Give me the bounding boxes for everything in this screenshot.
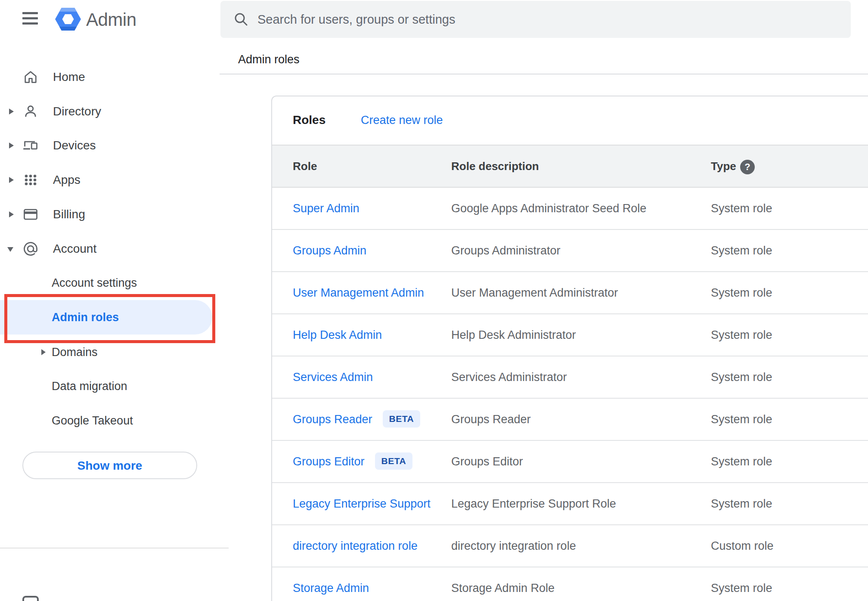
- collapse-icon[interactable]: [7, 247, 13, 252]
- breadcrumb: Admin roles: [238, 52, 300, 67]
- search-input[interactable]: Search for users, groups or settings: [220, 1, 851, 38]
- table-row: Legacy Enterprise Support Legacy Enterpr…: [272, 483, 868, 525]
- expand-icon[interactable]: [9, 108, 14, 115]
- table-row: Storage Admin Storage Admin Role System …: [272, 567, 868, 601]
- devices-icon: [22, 137, 39, 154]
- role-description: Groups Reader: [451, 399, 531, 440]
- table-row: User Management Admin User Management Ad…: [272, 272, 868, 314]
- header-divider: [220, 74, 868, 74]
- sidebar-item-devices[interactable]: Devices: [0, 128, 229, 163]
- search-icon: [233, 12, 249, 27]
- expand-icon[interactable]: [9, 143, 14, 149]
- table-row: Services Admin Services Administrator Sy…: [272, 356, 868, 399]
- role-type: System role: [711, 272, 772, 313]
- column-header-type: Type: [711, 146, 736, 187]
- role-description: Groups Editor: [451, 441, 523, 482]
- column-header-description: Role description: [451, 146, 539, 187]
- roles-card: Roles Create new role Role Role descript…: [271, 96, 868, 601]
- table-body: Super Admin Google Apps Administrator Se…: [272, 188, 868, 601]
- sidebar-item-google-takeout[interactable]: Google Takeout: [0, 403, 229, 438]
- sidebar-item-data-migration[interactable]: Data migration: [0, 369, 229, 403]
- sidebar-divider: [0, 548, 229, 548]
- role-description: Services Administrator: [451, 356, 567, 398]
- table-header: Role Role description Type ?: [272, 145, 868, 188]
- sidebar-item-directory[interactable]: Directory: [0, 94, 229, 129]
- search-placeholder: Search for users, groups or settings: [257, 1, 455, 38]
- table-row: Groups Admin Groups Administrator System…: [272, 230, 868, 272]
- role-link[interactable]: Services Admin: [293, 356, 373, 398]
- person-icon: [22, 103, 39, 120]
- role-type: System role: [711, 230, 772, 271]
- role-type: System role: [711, 314, 772, 356]
- expand-icon[interactable]: [9, 211, 14, 217]
- sidebar: Admin Home Directory Devices: [0, 0, 229, 601]
- role-description: Legacy Enterprise Support Role: [451, 483, 616, 524]
- app-title: Admin: [86, 8, 136, 32]
- expand-icon[interactable]: [41, 349, 46, 355]
- card-title: Roles: [293, 113, 326, 127]
- menu-icon[interactable]: [22, 12, 38, 25]
- apps-icon: [22, 172, 39, 188]
- table-row: Help Desk Admin Help Desk Administrator …: [272, 314, 868, 356]
- role-description: directory integration role: [451, 525, 576, 567]
- role-type: System role: [711, 188, 772, 229]
- role-link[interactable]: User Management Admin: [293, 272, 424, 313]
- beta-badge: BETA: [383, 410, 421, 428]
- role-link[interactable]: directory integration role: [293, 525, 418, 567]
- role-description: User Management Administrator: [451, 272, 618, 313]
- home-icon: [22, 69, 39, 85]
- beta-badge: BETA: [375, 452, 413, 470]
- show-more-button[interactable]: Show more: [22, 452, 197, 479]
- role-link[interactable]: Help Desk Admin: [293, 314, 382, 356]
- create-new-role-link[interactable]: Create new role: [361, 114, 443, 127]
- role-description: Groups Administrator: [451, 230, 561, 271]
- role-type: System role: [711, 567, 772, 601]
- sidebar-item-apps[interactable]: Apps: [0, 163, 229, 197]
- role-link[interactable]: Storage Admin: [293, 567, 369, 601]
- sidebar-item-home[interactable]: Home: [0, 60, 229, 94]
- at-icon: [22, 241, 39, 257]
- role-link[interactable]: Groups ReaderBETA: [293, 399, 420, 440]
- admin-logo-icon: [55, 8, 81, 32]
- role-link[interactable]: Groups EditorBETA: [293, 441, 412, 482]
- role-link[interactable]: Groups Admin: [293, 230, 366, 271]
- role-link[interactable]: Super Admin: [293, 188, 360, 229]
- sidebar-item-account[interactable]: Account: [0, 232, 229, 266]
- role-type: System role: [711, 441, 772, 482]
- table-row: directory integration role directory int…: [272, 525, 868, 567]
- help-icon[interactable]: ?: [740, 160, 755, 174]
- expand-icon[interactable]: [9, 177, 14, 183]
- table-row: Groups EditorBETA Groups Editor System r…: [272, 441, 868, 483]
- table-row: Groups ReaderBETA Groups Reader System r…: [272, 399, 868, 441]
- role-description: Help Desk Administrator: [451, 314, 576, 356]
- role-type: System role: [711, 483, 772, 524]
- role-type: System role: [711, 356, 772, 398]
- role-type: System role: [711, 399, 772, 440]
- partial-bottom-icon: [22, 596, 39, 601]
- column-header-role: Role: [293, 146, 317, 187]
- credit-card-icon: [22, 206, 39, 223]
- role-description: Storage Admin Role: [451, 567, 555, 601]
- role-description: Google Apps Administrator Seed Role: [451, 188, 646, 229]
- annotation-highlight-box: [4, 294, 215, 343]
- sidebar-item-billing[interactable]: Billing: [0, 197, 229, 232]
- role-link[interactable]: Legacy Enterprise Support: [293, 483, 431, 524]
- table-row: Super Admin Google Apps Administrator Se…: [272, 188, 868, 230]
- role-type: Custom role: [711, 525, 774, 567]
